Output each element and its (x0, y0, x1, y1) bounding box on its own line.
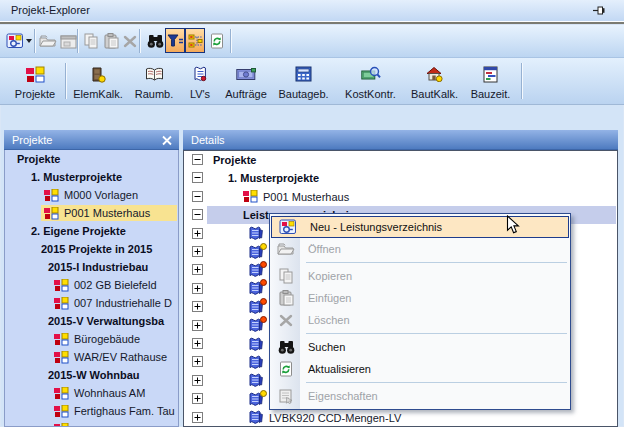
tree-item-2015-projekte-in-2015[interactable]: 2015 Projekte in 2015 (6, 240, 177, 258)
refresh-button[interactable] (206, 29, 228, 53)
tree-item[interactable] (6, 420, 177, 427)
window-icon (60, 34, 77, 49)
tree-item-p001-musterhaus[interactable]: P001 Musterhaus (6, 204, 177, 222)
expander-minus[interactable] (192, 172, 203, 183)
lv-icon (248, 300, 264, 315)
menu-item-löschen[interactable]: Löschen (270, 309, 570, 331)
module-button-kostkontr[interactable]: KostKontr. (337, 60, 404, 102)
tree-item-2015-v-verwaltungsba[interactable]: 2015-V Verwaltungsba (6, 312, 177, 330)
tree-item-2-eigene-projekte[interactable]: 2. Eigene Projekte (6, 222, 177, 240)
copy-button[interactable] (80, 29, 102, 53)
expander-plus[interactable] (192, 375, 203, 386)
lv-icon (248, 392, 264, 407)
module-button-bautkalk[interactable]: BautKalk. (405, 60, 464, 102)
tree-item-label: P001 Musterhaus (64, 207, 150, 219)
dropdown-arrow-icon (26, 39, 32, 43)
binoculars-icon (147, 34, 164, 49)
menu-item-öffnen[interactable]: Öffnen (270, 238, 570, 260)
expander-minus[interactable] (192, 191, 203, 202)
new-lv-button[interactable] (4, 29, 33, 53)
titlebar[interactable]: Projekt-Explorer (0, 0, 624, 21)
lv-status-badge-yellow (260, 390, 267, 397)
menu-item-aktualisieren[interactable]: Aktualisieren (270, 358, 570, 380)
tree-item-m000-vorlagen[interactable]: M000 Vorlagen (6, 186, 177, 204)
expander-plus[interactable] (192, 393, 203, 404)
module-button-projekte[interactable]: Projekte (8, 60, 62, 102)
details-row-label: LVBK920 CCD-Mengen-LV (269, 412, 401, 424)
lv-icon (248, 410, 264, 425)
expander-plus[interactable] (192, 264, 203, 275)
module-button-auftraege[interactable]: Aufträge (221, 60, 271, 102)
tree-item-fertighaus-fam-tau[interactable]: Fertighaus Fam. Tau (6, 402, 177, 420)
tree-item-wohnhaus-am[interactable]: Wohnhaus AM (6, 384, 177, 402)
delete-button[interactable] (119, 29, 141, 53)
lv-status-badge-red (260, 279, 267, 286)
tree-item-label: Projekte (17, 153, 60, 165)
menu-item-label: Löschen (308, 314, 350, 326)
menu-item-kopieren[interactable]: Kopieren (270, 265, 570, 287)
expander-plus[interactable] (192, 301, 203, 312)
toolbar-separator (230, 29, 231, 53)
tree-item-war-ev-rathause[interactable]: WAR/EV Rathause (6, 348, 177, 366)
lv-icon (248, 263, 264, 278)
projekt-explorer-window: Projekt-Explorer ProjekteElemKalk.Raumb.… (0, 0, 624, 427)
module-button-bauzeit[interactable]: Bauzeit. (465, 60, 516, 102)
module-label: Bauzeit. (471, 88, 511, 100)
toolbar-separator (139, 29, 140, 53)
tree-item-label: 2015-I Industriebau (48, 261, 148, 273)
expander-plus[interactable] (192, 283, 203, 294)
menu-item-label: Aktualisieren (308, 363, 371, 375)
expander-minus[interactable] (192, 154, 203, 165)
menu-separator (306, 262, 567, 263)
project-icon (54, 333, 69, 346)
copy-icon (84, 33, 99, 49)
menu-item-neu-leistungsverzeichnis[interactable]: Neu - Leistungsverzeichnis (271, 216, 569, 238)
open-window-button[interactable] (57, 29, 79, 53)
toolbar-separator (34, 29, 35, 53)
expander-plus[interactable] (192, 320, 203, 331)
details-row-projekte[interactable]: Projekte (185, 151, 616, 170)
expander-plus[interactable] (192, 338, 203, 349)
tree-item-1-musterprojekte[interactable]: 1. Musterprojekte (6, 168, 177, 186)
expander-plus[interactable] (192, 356, 203, 367)
module-button-bautageb[interactable]: Bautageb. (273, 60, 334, 102)
expander-plus[interactable] (192, 228, 203, 239)
refresh-icon (209, 33, 225, 49)
open-button[interactable] (37, 29, 59, 53)
expander-plus[interactable] (192, 246, 203, 257)
projects-icon (25, 66, 45, 83)
tree-item-007-industriehalle-d[interactable]: 007 Industriehalle D (6, 294, 177, 312)
module-label: KostKontr. (345, 88, 396, 100)
lv-status-badge-red (260, 261, 267, 268)
details-row-p001-musterhaus[interactable]: P001 Musterhaus (185, 188, 616, 207)
details-row-1-musterprojekte[interactable]: 1. Musterprojekte (185, 169, 616, 188)
details-row-lvbk920-ccd-mengen-lv[interactable]: LVBK920 CCD-Mengen-LV (185, 409, 616, 427)
tree-item-label: 002 GB Bielefeld (74, 279, 157, 291)
tree-item-002-gb-bielefeld[interactable]: 002 GB Bielefeld (6, 276, 177, 294)
expander-minus[interactable] (192, 209, 203, 220)
window-title: Projekt-Explorer (11, 4, 90, 16)
tree-item-label: 2. Eigene Projekte (31, 225, 126, 237)
bautkalk-icon (426, 66, 443, 82)
pin-icon[interactable] (593, 5, 606, 16)
tree-item-2015-w-wohnbau[interactable]: 2015-W Wohnbau (6, 366, 177, 384)
expander-plus[interactable] (192, 412, 203, 423)
tree-item-projekte[interactable]: Projekte (6, 150, 177, 168)
filter-button[interactable] (165, 28, 185, 53)
tree-item-bürogebäude[interactable]: Bürogebäude (6, 330, 177, 348)
menu-item-label: Neu - Leistungsverzeichnis (310, 221, 442, 233)
module-label: ElemKalk. (73, 88, 123, 100)
search-button[interactable] (144, 29, 166, 53)
tree-item-label: Fertighaus Fam. Tau (74, 405, 175, 417)
menu-item-suchen[interactable]: Suchen (270, 336, 570, 358)
module-button-elemkalk[interactable]: ElemKalk. (69, 60, 127, 102)
lv-icon (248, 373, 264, 388)
menu-item-eigenschaften[interactable]: Eigenschaften (270, 385, 570, 407)
close-icon[interactable] (160, 134, 173, 146)
tree-item-2015-i-industriebau[interactable]: 2015-I Industriebau (6, 258, 177, 276)
module-button-raumb[interactable]: Raumb. (128, 60, 180, 102)
module-button-lvs[interactable]: LV's (180, 60, 220, 102)
binoculars-icon (278, 340, 295, 355)
menu-item-einfügen[interactable]: Einfügen (270, 287, 570, 309)
structure-view-button[interactable] (185, 28, 205, 53)
